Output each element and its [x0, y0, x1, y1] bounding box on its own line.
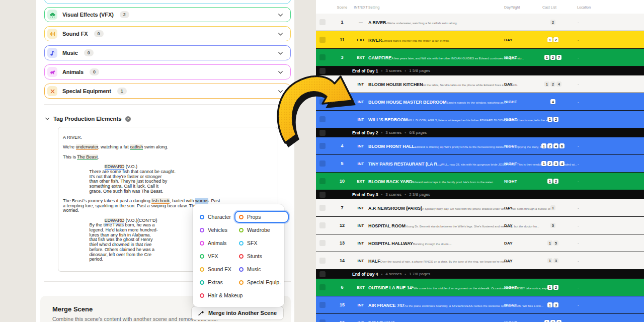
- accordion-label: Animals: [62, 69, 84, 75]
- scene-row-half[interactable]: 14INTHALFOver the sound of rain, a phone…: [316, 252, 644, 269]
- script-text: swim along.: [143, 144, 168, 149]
- scene-row-bloom-back-yard[interactable]: 10EXTBLOOM BACK YARDEdward swims laps in…: [316, 173, 644, 190]
- row-handle[interactable]: [319, 130, 326, 136]
- row-handle[interactable]: [319, 240, 326, 246]
- category-ring-icon: [239, 267, 244, 272]
- tagged-element-catfish[interactable]: catfish: [130, 144, 143, 150]
- row-handle[interactable]: [319, 205, 326, 211]
- tag-option-music[interactable]: Music: [239, 266, 284, 272]
- help-icon[interactable]: ?: [125, 116, 131, 122]
- tag-option-special-equip-[interactable]: Special Equip.: [239, 279, 284, 285]
- row-handle[interactable]: [319, 319, 326, 322]
- setting-description: Young Dr. Bennett stands between the Wif…: [406, 225, 539, 228]
- row-handle[interactable]: [319, 302, 326, 308]
- row-handle[interactable]: [319, 192, 326, 198]
- scene-row-a-river-[interactable]: 1—A RIVER.We're underwater, watching a f…: [316, 14, 644, 31]
- row-handle[interactable]: [319, 116, 326, 122]
- tag-option-props[interactable]: Props: [235, 212, 288, 222]
- scene-row-will-s-bedroom[interactable]: INTWILL'S BEDROOMWILL BLOOM, AGE 3, list…: [316, 111, 644, 128]
- location-value: -: [578, 285, 579, 290]
- cast-badge: 1: [541, 161, 546, 166]
- row-handle[interactable]: [319, 81, 326, 87]
- scene-row-outside-la-rue-14-[interactable]: 6EXTOUTSIDE LA RUE 14*We come into the m…: [316, 279, 644, 296]
- row-handle[interactable]: [319, 258, 326, 264]
- row-handle[interactable]: [319, 68, 326, 74]
- day-break-row[interactable]: End of Day 1•3 scenes•1 5/8 pages: [316, 66, 644, 75]
- accordion-item-sound-fx[interactable]: Sound FX0: [44, 26, 291, 41]
- tag-option-label: Character: [208, 214, 231, 220]
- day-break-label: End of Day 2: [352, 130, 378, 135]
- row-handle[interactable]: [319, 160, 326, 167]
- tag-option-label: Animals: [208, 240, 226, 246]
- tag-option-stunts[interactable]: Stunts: [239, 253, 284, 259]
- row-handle[interactable]: [319, 19, 326, 25]
- setting-description: Edward stares intently into the water, a…: [382, 39, 449, 42]
- tag-option-vehicles[interactable]: Vehicles: [200, 227, 239, 233]
- scene-row-hospital-hallway[interactable]: 13INTHOSPITAL HALLWAYBursting through th…: [316, 234, 644, 252]
- scene-row-a-p-newsroom-paris-[interactable]: 7INTA.P. NEWSROOM (PARIS)A typically bus…: [316, 199, 644, 216]
- accordion-item-special-equipment[interactable]: Special Equipment1: [44, 84, 291, 99]
- scene-row-river[interactable]: 11EXTRIVEREdward stares intently into th…: [316, 31, 644, 48]
- scene-number: 11: [330, 37, 354, 42]
- script-line: This is The Beast.: [63, 155, 278, 160]
- tag-option-vfx[interactable]: VFX: [200, 253, 239, 259]
- scene-row-bloom-front-hall[interactable]: 4INTBLOOM FRONT HALLEdward is chatting u…: [316, 137, 644, 154]
- cast-badge: 3: [556, 320, 561, 322]
- script-text: grace. One such fish was The Beast.: [63, 189, 163, 194]
- scene-number: 6: [330, 285, 354, 290]
- accordion-item-partial[interactable]: [44, 0, 291, 4]
- tag-option-hair-makeup[interactable]: Hair & Makeup: [200, 292, 239, 298]
- day-break-row[interactable]: End of Day 2•3 scenes•6/8 pages: [316, 128, 644, 137]
- row-handle[interactable]: [319, 178, 326, 184]
- tag-option-extras[interactable]: Extras: [200, 279, 239, 285]
- row-handle[interactable]: [319, 271, 326, 277]
- separator-dot: •: [381, 272, 382, 276]
- chevron-down-icon: [277, 69, 284, 75]
- chevron-down-icon: [277, 88, 284, 95]
- cast-badge: 5: [550, 223, 555, 228]
- scene-row-bloom-house-kitchen[interactable]: 8INTBLOOM HOUSE KITCHENAt the table, San…: [316, 75, 644, 93]
- scene-row-hospital-room[interactable]: 12INTHOSPITAL ROOMYoung Dr. Bennett stan…: [316, 217, 644, 234]
- tag-option-label: Extras: [208, 279, 223, 285]
- accordion-item-music[interactable]: Music0: [44, 45, 291, 60]
- script-line: We're underwater, watching a fat catfish…: [63, 145, 278, 150]
- tag-option-sound-fx[interactable]: Sound FX: [200, 266, 239, 272]
- tagged-element-the-beast[interactable]: The Beast: [77, 154, 98, 160]
- scene-row-air-france-747[interactable]: 15INTAIR FRANCE 747As the plane continue…: [316, 296, 644, 313]
- location-value: -: [578, 303, 579, 307]
- accordion-item-animals[interactable]: Animals0: [44, 64, 291, 79]
- scene-row-campfire[interactable]: 3EXTCAMPFIREA few years later, and Will …: [316, 49, 644, 66]
- tag-option-wardrobe[interactable]: Wardrobe: [239, 227, 284, 233]
- row-handle[interactable]: [319, 37, 326, 43]
- cast-badge: 2: [550, 20, 555, 25]
- tag-option-sfx[interactable]: SFX: [239, 240, 284, 246]
- section-divider: [44, 104, 291, 105]
- cast-badge: 2: [550, 82, 555, 87]
- cast-badge: 2: [550, 320, 555, 322]
- row-handle[interactable]: [319, 99, 326, 105]
- cast-badge: 2: [547, 143, 552, 148]
- tag-production-elements-header[interactable]: Tag Production Elements ?: [45, 116, 131, 122]
- row-handle[interactable]: [319, 222, 326, 228]
- row-handle[interactable]: [319, 143, 326, 149]
- scene-row-bloom-house-master-bedroom[interactable]: INTBLOOM HOUSE MASTER BEDROOMSandra stan…: [316, 93, 644, 110]
- column-header-int-ext: INT/EXT: [352, 5, 369, 9]
- row-handle[interactable]: [319, 284, 326, 290]
- day-break-text: End of Day 2•3 scenes•6/8 pages: [352, 130, 427, 135]
- day-break-row[interactable]: End of Day 3•3 scenes•2 3/8 pages: [316, 190, 644, 199]
- row-handle[interactable]: [319, 54, 326, 60]
- separator-dot: •: [405, 68, 406, 73]
- scene-row-747-flying[interactable]: 16INT747 / FLYINGNIGHT123-: [316, 314, 644, 322]
- setting-cell: OUTSIDE LA RUE 14*We come into the middl…: [368, 282, 493, 291]
- tag-option-animals[interactable]: Animals: [200, 240, 239, 246]
- scene-row-tiny-paris-restaurant-la-r-[interactable]: 5INTTINY PARIS RESTAURANT (LA R...WILL, …: [316, 155, 644, 172]
- day-break-row[interactable]: End of Day 4•4 scenes•1 7/8 pages: [316, 270, 644, 278]
- tagged-element-underwater[interactable]: underwater: [76, 144, 99, 150]
- tag-option-character[interactable]: Character: [200, 214, 239, 220]
- cast-list: 123: [525, 320, 581, 322]
- accordion-item-visual-effects-vfx-[interactable]: Visual Effects (VFX)2: [44, 7, 291, 22]
- merge-into-another-scene-button[interactable]: Merge into Another Scene: [191, 306, 284, 320]
- separator-dot: •: [405, 192, 406, 197]
- day-night: NIGHT: [504, 285, 517, 290]
- accordion-label: Music: [62, 50, 78, 56]
